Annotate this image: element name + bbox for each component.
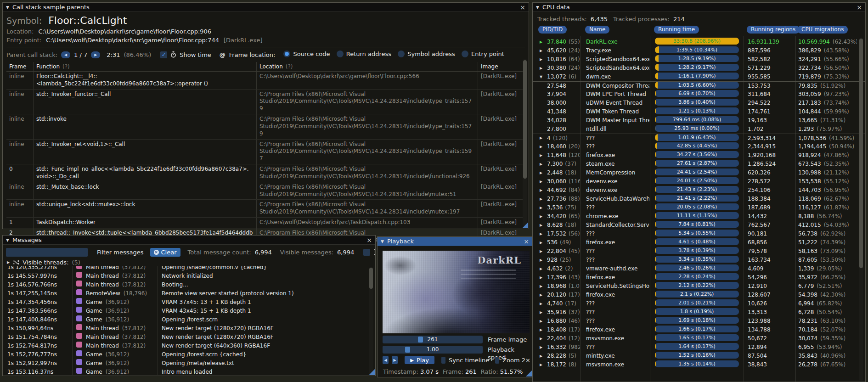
- expand-arrow-icon[interactable]: ▶: [540, 203, 542, 212]
- cpu-table-row[interactable]: 27,548 DWM Compositor Thread 1:03.5 (6.6…: [533, 81, 865, 90]
- cpu-table-row[interactable]: ▶ 30,060(116) devenv.exe 24.01 s (2.50%)…: [533, 177, 865, 186]
- message-row[interactable]: 1s 152,764,817ns Main thread(37,812) New…: [3, 342, 375, 350]
- expand-arrow-icon[interactable]: ▶: [540, 195, 542, 203]
- cpu-table-row[interactable]: ▶ 22,804(45) ??? 3.78 s (0.39%) 79,578 5…: [533, 247, 865, 256]
- resize-grip[interactable]: [522, 222, 528, 228]
- expand-arrow-icon[interactable]: ▶: [540, 169, 542, 177]
- message-row[interactable]: 1s 147,255,145ns RemoteView(18,796) Remo…: [3, 289, 375, 298]
- cpu-table-row[interactable]: ▶ 18,408(17) firefox.exe 1.66 s (0.17%) …: [533, 326, 865, 334]
- show-time-checkbox[interactable]: ✓: [160, 51, 167, 58]
- cpu-table-row[interactable]: ▶ 7,300(37) steam.exe 27.61 s (2.87%) 1,…: [533, 160, 865, 169]
- callstack-table-row[interactable]: inline std::_Invoker_ret<void,1>::_Call …: [6, 140, 525, 164]
- clear-button[interactable]: × Clear: [150, 248, 180, 257]
- column-header-running-time[interactable]: Running time: [654, 26, 699, 34]
- cpu-table-row[interactable]: ▶ 3,536(75) ??? 20.05 s (2.08%) 187,689 …: [533, 203, 865, 212]
- expand-arrow-icon[interactable]: ▶: [540, 64, 542, 73]
- column-header-pid-tid[interactable]: PID/TID: [538, 26, 567, 34]
- cpu-table-row[interactable]: ▶ 8,628(18) StandardCollector.Service.e …: [533, 221, 865, 230]
- column-header-running-regions[interactable]: Running regions: [747, 26, 800, 34]
- cpu-data-titlebar[interactable]: ▼ CPU data ×: [533, 3, 865, 12]
- prev-frame-button[interactable]: ◀: [383, 356, 389, 364]
- expand-arrow-icon[interactable]: ▶: [540, 212, 542, 221]
- close-icon[interactable]: ×: [520, 4, 525, 11]
- frame-location-radio[interactable]: Symbol address: [398, 51, 455, 57]
- expand-arrow-icon[interactable]: ▶: [540, 264, 542, 273]
- expand-arrow-icon[interactable]: ▶: [540, 299, 542, 308]
- expand-arrow-icon[interactable]: ▶: [540, 352, 542, 360]
- cpu-table-row[interactable]: ▶ 18,172(8) msvsmon.exe 1.35 s (0.14%) 3…: [533, 360, 865, 369]
- expand-arrow-icon[interactable]: ▶: [540, 326, 542, 334]
- resize-grip[interactable]: [526, 371, 532, 376]
- expand-arrow-icon[interactable]: ▶: [540, 247, 542, 256]
- cpu-table-row[interactable]: ▶ 27,736(88) ServiceHub.DataWarehouse 21…: [533, 195, 865, 203]
- expand-arrow-icon[interactable]: ▶: [540, 142, 542, 151]
- cpu-table-row[interactable]: ▶ 34,420(65) chrome.exe 11.11 s (1.15%) …: [533, 212, 865, 221]
- visible-threads-label[interactable]: Visible threads:: [23, 259, 68, 266]
- cpu-table-row[interactable]: ▶ 10,816(64) ScriptedSandbox64.exe 1:28.…: [533, 55, 865, 64]
- expand-arrow-icon[interactable]: ▶: [540, 230, 542, 238]
- cpu-table-row[interactable]: ▶ 28,228(5) mintty.exe 1.52 s (0.16%) 87…: [533, 352, 865, 360]
- expand-arrow-icon[interactable]: ▶: [540, 343, 542, 352]
- cpu-table-row[interactable]: 27,800 ntdll.dll 25.93 ms (0.00%) 1,702 …: [533, 125, 865, 134]
- message-row[interactable]: 1s 151,754,784ns Main thread(37,812) New…: [3, 333, 375, 342]
- collapse-icon[interactable]: ▼: [6, 238, 9, 242]
- callstack-table-row[interactable]: inline std::unique_lock<std::mutex>::loc…: [6, 200, 525, 218]
- column-header-name[interactable]: Name: [585, 26, 609, 34]
- expand-arrow-icon[interactable]: ▶: [540, 360, 542, 369]
- message-row[interactable]: 1s 152,776,777ns Game(36,912) Opening /f…: [3, 350, 375, 359]
- cpu-table-row[interactable]: ▶ 22,404(12) msvsmon.exe 1.65 s (0.17%) …: [533, 334, 865, 343]
- message-row[interactable]: 1s 146,576,766ns Main thread(37,812) Boo…: [3, 281, 375, 289]
- cpu-table-row[interactable]: ▶ 4,740(17) ??? 2.01 s (0.21%) 10,626 6,…: [533, 299, 865, 308]
- filter-input[interactable]: [6, 248, 88, 257]
- callstack-table-row[interactable]: inline std::_Mutex_base::lock C:\Program…: [6, 182, 525, 200]
- message-row[interactable]: 1s 147,383,566ns Game(36,912) VRAM 43x45…: [3, 307, 375, 315]
- column-header-image[interactable]: Image: [478, 62, 525, 71]
- vertical-scrollbar[interactable]: [859, 38, 863, 381]
- vertical-scrollbar[interactable]: [523, 59, 527, 227]
- cpu-table-row[interactable]: ▶ 37,840(55) DarkRL.exe 33:30.8 (208.96%…: [533, 38, 865, 46]
- playback-speed-slider[interactable]: 1.00: [383, 346, 483, 354]
- close-icon[interactable]: ×: [524, 238, 529, 245]
- expand-arrow-icon[interactable]: ▶: [540, 317, 542, 326]
- close-icon[interactable]: ×: [857, 4, 862, 11]
- frame-location-radio[interactable]: Entry point: [462, 51, 504, 57]
- cpu-table-row[interactable]: 34,028 DWM Master Input Thread 799.64 ms…: [533, 116, 865, 125]
- prev-callstack-button[interactable]: ◀: [61, 51, 70, 58]
- cpu-table-row[interactable]: ▶ 20,120(17) firefox.exe 2.1 s (0.22%) 1…: [533, 291, 865, 299]
- cpu-table-row[interactable]: ▶ 16,880(46) ??? 1.69 s (0.18%) 123,988 …: [533, 317, 865, 326]
- message-row[interactable]: 1s 145,557,997ns Main thread(37,812) Net…: [3, 272, 375, 281]
- cpu-table-row[interactable]: ▶ 4(120) ??? 1:01.9 (6.43%) 2,593,314 1,…: [533, 134, 865, 142]
- message-row[interactable]: 1s 150,994,64ns Main thread(37,812) New …: [3, 324, 375, 333]
- expand-arrow-icon[interactable]: ▶: [540, 238, 542, 247]
- collapse-icon[interactable]: ▼: [381, 239, 384, 244]
- cpu-table-row[interactable]: ▶ 45,620(24) Tracy.exe 1:39.5 (10.34%) 8…: [533, 46, 865, 55]
- show-images-checkbox[interactable]: [363, 249, 370, 256]
- expand-arrow-icon[interactable]: ▶: [540, 160, 542, 169]
- close-icon[interactable]: ×: [366, 237, 372, 243]
- cpu-table-row[interactable]: ▶ 16,332(982) ??? 1.64 s (0.17%) 12,894 …: [533, 343, 865, 352]
- collapse-icon[interactable]: ▼: [536, 5, 539, 10]
- next-callstack-button[interactable]: ▶: [91, 51, 100, 58]
- expand-arrow-icon[interactable]: ▶: [540, 282, 542, 291]
- cpu-table-row[interactable]: ▶ 536(49) firefox.exe 4.61 s (0.48%) 68,…: [533, 238, 865, 247]
- expand-arrow-icon[interactable]: ▶: [540, 273, 542, 282]
- expand-arrow-icon[interactable]: ▶: [540, 308, 542, 317]
- callstack-table-row[interactable]: inline std::_Invoker_functor::_Call C:\P…: [6, 90, 525, 114]
- cpu-table-row[interactable]: ▶ 44,692(84) devenv.exe 21.43 s (2.23%) …: [533, 186, 865, 195]
- cpu-table-row[interactable]: ▶ 18,460(20) ??? 42.85 s (4.45%) 2,344,9…: [533, 142, 865, 151]
- cpu-table-row[interactable]: ▶ 35,916(37) ??? 1.8 s (0.19%) 13,313 6,…: [533, 308, 865, 317]
- callstack-table-row[interactable]: 1 TaskDispatch::Worker C:\Users\wolf\Des…: [6, 218, 525, 228]
- cpu-table-row[interactable]: ▶ 18,968(1,018) ServiceHub.SettingsHost.…: [533, 282, 865, 291]
- scrollbar-thumb[interactable]: [369, 268, 373, 289]
- message-row[interactable]: 1s 153,116,37ns Game(36,912) Intro menu …: [3, 368, 375, 375]
- cpu-table-row[interactable]: ▶ 2,448(18) MemCompression 24.41 s (2.54…: [533, 169, 865, 177]
- cpu-table-row[interactable]: ▶ 17,396(43) firefox.exe 2.28 s (0.24%) …: [533, 273, 865, 282]
- scrollbar-thumb[interactable]: [523, 60, 527, 179]
- expand-arrow-icon[interactable]: ▶: [540, 134, 542, 142]
- collapse-icon[interactable]: ▼: [6, 5, 9, 10]
- cpu-table-row[interactable]: ▶ 30,380(24) ScriptedSandbox64.exe 1:28.…: [533, 64, 865, 73]
- expand-arrow-icon[interactable]: ▶: [540, 46, 542, 55]
- expand-arrow-icon[interactable]: ▶: [540, 256, 542, 264]
- frame-image-slider[interactable]: 261: [383, 336, 483, 343]
- cpu-table-row[interactable]: ▼ 13,072(6) dwm.exe 1:16.1 (7.90%) 955,5…: [533, 73, 865, 81]
